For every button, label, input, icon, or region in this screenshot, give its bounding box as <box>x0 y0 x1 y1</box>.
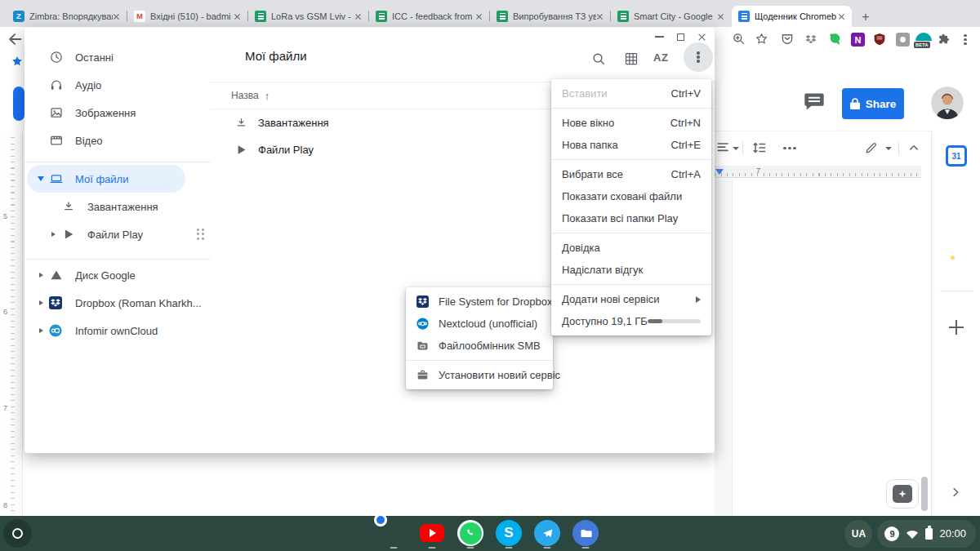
tab-sheet-1[interactable]: LoRa vs GSM Lviv - <box>248 6 368 27</box>
submenu-item-install-new-service[interactable]: Установити новий сервіс <box>406 364 553 386</box>
files-menu-button[interactable] <box>684 42 713 72</box>
back-icon[interactable] <box>7 30 24 48</box>
sidebar-item-videos[interactable]: Відео <box>24 127 211 154</box>
sidebar-item-google-drive[interactable]: Диск Google <box>24 261 211 289</box>
menu-item-show-all-play-folders[interactable]: Показати всі папки Play <box>551 207 711 229</box>
extension-badge-icon[interactable] <box>896 33 910 47</box>
more-options-icon[interactable] <box>783 145 796 151</box>
indent-marker[interactable] <box>715 169 724 175</box>
sidebar-item-play-files[interactable]: Файли Play <box>24 220 211 248</box>
language-badge[interactable]: UA <box>844 520 872 548</box>
chevron-right-icon[interactable] <box>39 328 43 333</box>
sidebar-item-recent[interactable]: Останні <box>24 43 211 71</box>
submenu-item-smb[interactable]: Файлообмінник SMB <box>406 335 553 357</box>
submenu-item-nextcloud[interactable]: Nextcloud (unofficial) <box>406 313 553 335</box>
chevron-right-icon[interactable] <box>39 273 43 278</box>
bookmark-star-icon[interactable] <box>754 31 769 47</box>
submenu-arrow-icon <box>696 296 701 303</box>
sidebar-item-dropbox[interactable]: Dropbox (Roman Kharkh... <box>24 289 211 317</box>
explore-button[interactable] <box>886 479 919 509</box>
extensions-puzzle-icon[interactable] <box>937 32 952 47</box>
docs-sidebar-button[interactable] <box>13 87 24 121</box>
sort-az-icon[interactable]: AZ <box>653 51 676 68</box>
tab-close-icon[interactable] <box>596 13 604 20</box>
share-button[interactable]: Share <box>842 88 904 119</box>
chevron-down-icon <box>733 147 739 150</box>
calendar-icon[interactable]: 31 <box>946 145 967 167</box>
grid-view-icon[interactable] <box>623 51 639 67</box>
tab-close-icon[interactable] <box>475 13 483 20</box>
menu-item-help[interactable]: Довідка <box>551 237 711 259</box>
align-icon[interactable] <box>715 140 732 156</box>
explore-star-icon <box>893 485 912 503</box>
browser-menu-icon[interactable] <box>964 33 967 47</box>
line-spacing-icon[interactable] <box>751 140 768 156</box>
sort-ascending-icon[interactable]: ↑ <box>265 90 270 102</box>
scrollbar-thumb[interactable] <box>921 477 928 511</box>
bookmarked-star-icon[interactable] <box>10 54 24 69</box>
chevron-right-icon[interactable] <box>39 300 43 305</box>
sidebar-item-owncloud[interactable]: Infomir ownCloud <box>24 317 211 344</box>
chrome-icon[interactable] <box>381 520 407 546</box>
storage-progress-bar <box>648 319 701 323</box>
dropbox-extension-icon[interactable] <box>804 33 818 47</box>
tab-zimbra[interactable]: Z Zimbra: Впорядкуван <box>7 6 127 27</box>
edit-mode-pencil-icon[interactable] <box>864 140 879 155</box>
divider <box>551 159 711 160</box>
submenu-item-dropbox-fs[interactable]: File System for Dropbox <box>406 291 553 313</box>
headphones-icon <box>49 78 70 92</box>
tab-docs-active[interactable]: Щоденник Chromeb <box>732 6 852 27</box>
menu-item-add-new-services[interactable]: Додати нові сервіси <box>551 288 711 310</box>
new-tab-button[interactable]: + <box>856 8 875 26</box>
video-icon <box>49 133 70 148</box>
skype-icon[interactable]: S <box>496 520 522 546</box>
close-button[interactable] <box>697 33 706 42</box>
whatsapp-icon[interactable] <box>457 520 483 546</box>
menu-item-new-window[interactable]: Нове вікно Ctrl+N <box>551 112 711 134</box>
pocket-icon[interactable] <box>780 32 795 47</box>
drag-handle[interactable] <box>197 229 204 240</box>
files-app-icon[interactable] <box>572 520 599 546</box>
avatar[interactable] <box>931 87 964 119</box>
comment-icon[interactable] <box>803 91 826 113</box>
maximize-button[interactable] <box>677 33 684 41</box>
tab-close-icon[interactable] <box>113 13 120 20</box>
sheets-icon <box>617 11 629 22</box>
files-sidebar: Останні Аудіо Зображення Відео Мо <box>24 43 211 344</box>
sidebar-item-my-files[interactable]: Мої файли <box>27 165 185 193</box>
evernote-icon[interactable] <box>828 32 843 47</box>
tab-gmail[interactable]: M Вхідні (510) - badmi <box>127 6 247 27</box>
ublock-icon[interactable] <box>872 32 887 47</box>
divider <box>898 141 899 155</box>
onenote-icon[interactable]: N <box>851 33 865 47</box>
tab-close-icon[interactable] <box>234 13 241 20</box>
tab-sheet-4[interactable]: Smart City - Google <box>611 6 731 27</box>
menu-item-new-folder[interactable]: Нова папка Ctrl+E <box>551 134 711 156</box>
tab-sheet-2[interactable]: ICC - feedback from <box>369 6 489 27</box>
tab-close-icon[interactable] <box>717 13 724 20</box>
chevron-down-icon[interactable] <box>38 176 44 181</box>
column-name[interactable]: Назва <box>231 90 259 101</box>
zoom-in-icon[interactable] <box>731 31 746 47</box>
menu-item-select-all[interactable]: Вибрати все Ctrl+A <box>551 163 711 185</box>
sidebar-item-downloads[interactable]: Завантаження <box>24 193 211 220</box>
beta-extension-icon[interactable]: BETA <box>913 31 934 47</box>
tab-close-icon[interactable] <box>354 13 362 20</box>
menu-item-send-feedback[interactable]: Надіслати відгук <box>551 259 711 281</box>
youtube-icon[interactable] <box>419 520 445 546</box>
sidebar-item-audio[interactable]: Аудіо <box>24 71 211 99</box>
status-tray[interactable]: 9 20:00 <box>877 520 976 548</box>
smb-share-icon <box>416 340 430 352</box>
launcher-button[interactable] <box>3 519 32 548</box>
collapse-toolbar-icon[interactable] <box>906 140 921 155</box>
minimize-button[interactable] <box>655 36 664 38</box>
telegram-icon[interactable] <box>534 520 560 546</box>
search-icon[interactable] <box>590 51 607 67</box>
chevron-right-icon[interactable] <box>51 232 56 237</box>
tab-close-icon[interactable] <box>838 13 845 20</box>
sidebar-item-images[interactable]: Зображення <box>24 99 211 127</box>
tab-sheet-3[interactable]: Випробування ТЗ ув <box>490 6 610 27</box>
chevron-right-icon[interactable] <box>948 485 963 500</box>
menu-item-show-hidden-files[interactable]: Показати сховані файли <box>551 185 711 207</box>
menu-item-paste[interactable]: Вставити Ctrl+V <box>551 82 711 104</box>
